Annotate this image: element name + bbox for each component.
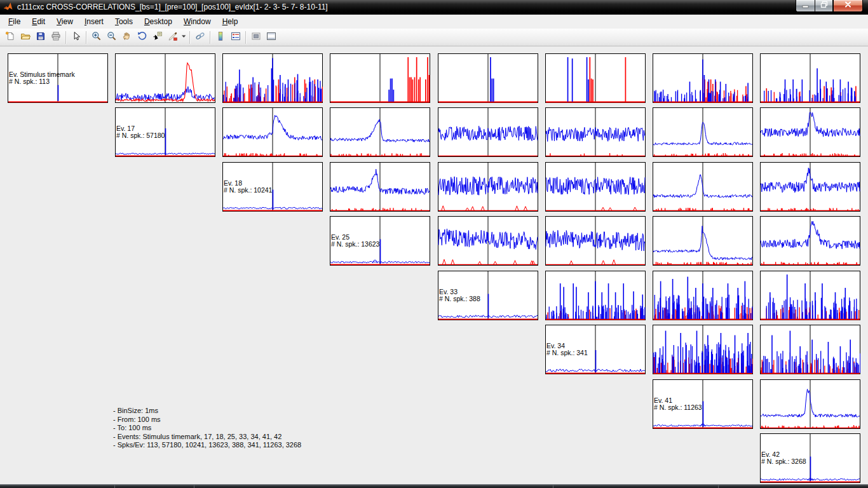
correlogram-panel-r1c3 xyxy=(222,53,323,103)
menu-item-view[interactable]: View xyxy=(51,16,79,27)
correlogram-panel-r4c6 xyxy=(545,216,646,266)
link-plot-button[interactable] xyxy=(193,30,208,45)
print-figure-icon xyxy=(51,31,61,44)
correlogram-panel-r1c2 xyxy=(115,53,215,103)
correlogram-panel-r5c8 xyxy=(760,271,860,320)
hide-plot-tools-button[interactable] xyxy=(248,30,264,45)
correlogram-panel-r2c4 xyxy=(330,107,430,157)
correlogram-panel-r2c5 xyxy=(438,107,538,157)
taskbar-edge[interactable] xyxy=(0,484,868,488)
figure-canvas: Ev. Stimulus timemark# N. spk.: 113Ev. 1… xyxy=(0,46,868,488)
show-plot-tools-button[interactable] xyxy=(264,30,279,45)
window-title: c111cxc CROSS-CORRELATIONS_[bs=1]_[pre=1… xyxy=(17,3,328,11)
restore-icon xyxy=(818,0,831,12)
save-figure-button[interactable] xyxy=(33,30,48,45)
data-cursor-button[interactable] xyxy=(150,30,165,45)
restore-button[interactable] xyxy=(815,0,833,12)
zoom-in-button[interactable] xyxy=(89,30,104,45)
correlogram-panel-r5c5: Ev. 33# N. spk.: 388 xyxy=(438,271,538,320)
toolbar-separator xyxy=(86,31,87,44)
figure-toolbar xyxy=(0,29,868,46)
correlogram-panel-r3c7 xyxy=(653,162,753,212)
panel-spike-count: # N. spk.: 388 xyxy=(439,295,480,302)
correlogram-panel-r2c2: Ev. 17# N. spk.: 57180 xyxy=(115,107,215,157)
panel-spike-count: # N. spk.: 341 xyxy=(546,349,588,356)
new-file-button[interactable] xyxy=(3,30,18,45)
pointer-button[interactable] xyxy=(69,30,84,45)
menu-item-desktop[interactable]: Desktop xyxy=(139,16,178,27)
zoom-out-icon xyxy=(107,31,117,44)
footer-line: - To: 100 ms xyxy=(113,424,301,433)
panel-spike-count: # N. spk.: 3268 xyxy=(761,458,806,465)
correlogram-panel-r3c3: Ev. 18# N. spk.: 10241 xyxy=(222,162,323,212)
panel-event-label: Ev. Stimulus timemark xyxy=(9,71,75,78)
correlogram-panel-r2c6 xyxy=(545,107,646,157)
correlogram-panel-r3c4 xyxy=(330,162,430,212)
correlogram-panel-r8c8: Ev. 42# N. spk.: 3268 xyxy=(760,433,860,483)
correlogram-panel-r2c7 xyxy=(653,107,753,157)
menu-item-window[interactable]: Window xyxy=(178,16,217,27)
brush-dropdown-button[interactable] xyxy=(180,30,187,45)
insert-legend-button[interactable] xyxy=(228,30,243,45)
panel-spike-count: # N. spk.: 113 xyxy=(9,78,50,85)
panel-event-label: Ev. 25 xyxy=(331,233,349,241)
brush-icon xyxy=(168,31,178,44)
menu-item-insert[interactable]: Insert xyxy=(79,16,109,27)
open-file-icon xyxy=(20,31,31,44)
rotate-3d-icon xyxy=(137,31,147,44)
menu-item-tools[interactable]: Tools xyxy=(109,16,139,27)
close-icon xyxy=(842,0,855,12)
insert-colorbar-icon xyxy=(215,31,226,44)
menu-item-file[interactable]: File xyxy=(3,16,26,27)
title-bar: c111cxc CROSS-CORRELATIONS_[bs=1]_[pre=1… xyxy=(0,0,868,15)
correlogram-panel-r7c7: Ev. 41# N. spk.: 11263 xyxy=(653,379,753,429)
footer-line: - Events: Stimulus timemark, 17, 18, 25,… xyxy=(113,433,301,442)
link-plot-icon xyxy=(195,31,205,44)
menu-item-help[interactable]: Help xyxy=(217,16,244,27)
correlogram-panel-r1c8 xyxy=(760,53,860,103)
correlogram-panel-r1c7 xyxy=(653,53,753,103)
toolbar-separator xyxy=(189,31,191,44)
insert-legend-icon xyxy=(231,31,241,44)
menu-bar: FileEditViewInsertToolsDesktopWindowHelp xyxy=(0,15,868,29)
panel-event-label: Ev. 18 xyxy=(224,179,242,187)
correlogram-panel-r5c6 xyxy=(545,271,646,320)
show-plot-tools-icon xyxy=(266,31,276,44)
brush-dropdown-icon xyxy=(181,31,187,44)
close-button[interactable] xyxy=(833,0,863,12)
panel-event-label: Ev. 41 xyxy=(654,396,672,404)
correlogram-panel-r3c5 xyxy=(438,162,538,212)
figure-footer-text: - BinSize: 1ms- From: 100 ms- To: 100 ms… xyxy=(113,407,301,450)
panel-spike-count: # N. spk.: 13623 xyxy=(331,240,380,248)
footer-line: - Spks/Ev: 113, 57180, 10241, 13623, 388… xyxy=(113,441,301,450)
panel-spike-count: # N. spk.: 10241 xyxy=(224,186,273,194)
open-file-button[interactable] xyxy=(18,30,33,45)
hide-plot-tools-icon xyxy=(251,31,261,44)
zoom-out-button[interactable] xyxy=(104,30,119,45)
toolbar-separator xyxy=(210,31,211,44)
minimize-icon xyxy=(799,0,812,12)
zoom-in-icon xyxy=(92,31,102,44)
rotate-3d-button[interactable] xyxy=(135,30,150,45)
correlogram-panel-r4c4: Ev. 25# N. spk.: 13623 xyxy=(330,216,430,266)
insert-colorbar-button[interactable] xyxy=(213,30,228,45)
correlogram-panel-r6c7 xyxy=(653,325,753,374)
data-cursor-icon xyxy=(153,31,163,44)
menu-item-edit[interactable]: Edit xyxy=(26,16,51,27)
minimize-button[interactable] xyxy=(796,0,815,12)
correlogram-panel-r1c1: Ev. Stimulus timemark# N. spk.: 113 xyxy=(8,53,108,103)
pan-button[interactable] xyxy=(119,30,135,45)
brush-button[interactable] xyxy=(165,30,180,45)
panel-spike-count: # N. spk.: 11263 xyxy=(654,403,702,411)
correlogram-panel-r2c3 xyxy=(222,107,323,157)
correlogram-panel-r1c6 xyxy=(545,53,646,103)
correlogram-panel-r6c6: Ev. 34# N. spk.: 341 xyxy=(545,325,646,374)
correlogram-panel-r7c8 xyxy=(760,379,860,429)
correlogram-panel-r5c7 xyxy=(653,271,753,320)
pan-icon xyxy=(122,31,132,44)
pointer-icon xyxy=(71,31,81,44)
panel-event-label: Ev. 33 xyxy=(439,288,458,295)
correlogram-panel-r6c8 xyxy=(760,325,860,374)
print-figure-button[interactable] xyxy=(48,30,64,45)
window-controls xyxy=(796,0,863,12)
